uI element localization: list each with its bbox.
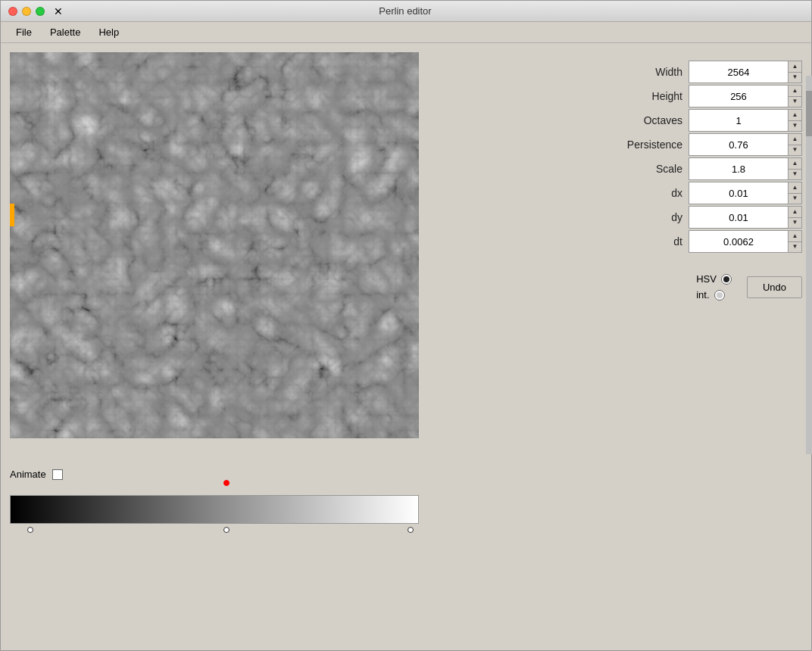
svg-rect-0 — [10, 52, 419, 438]
param-input-group-dx: ▲▼ — [689, 182, 802, 204]
gradient-handle-mid[interactable] — [223, 527, 230, 533]
main-window: ✕ Perlin editor File Palette Help — [0, 0, 812, 651]
param-input-width[interactable] — [689, 61, 788, 83]
param-input-dx[interactable] — [689, 182, 788, 204]
param-rows: Width▲▼Height▲▼Octaves▲▼Persistence▲▼Sca… — [434, 60, 802, 254]
param-label-octaves: Octaves — [607, 114, 682, 126]
param-label-scale: Scale — [607, 163, 682, 175]
param-input-group-scale: ▲▼ — [689, 157, 802, 180]
gradient-handle-left[interactable] — [27, 527, 33, 533]
menu-file[interactable]: File — [7, 23, 41, 41]
spinner-height: ▲▼ — [788, 86, 801, 107]
spinner-scale: ▲▼ — [788, 158, 801, 179]
param-row-dt: dt▲▼ — [434, 229, 802, 254]
preview-container — [10, 52, 419, 438]
param-input-group-persistence: ▲▼ — [689, 133, 802, 156]
animate-label: Animate — [10, 469, 46, 480]
hsv-row: HSV — [696, 273, 732, 285]
gradient-row — [10, 487, 419, 525]
gradient-handle-right[interactable] — [408, 527, 414, 533]
spinner-up-dy[interactable]: ▲ — [789, 207, 801, 218]
extra-controls: HSV int. Undo — [434, 273, 802, 301]
spinner-dx: ▲▼ — [788, 182, 801, 204]
spinner-down-width[interactable]: ▼ — [789, 73, 801, 83]
param-input-dy[interactable] — [689, 207, 788, 228]
param-label-dt: dt — [607, 235, 682, 248]
gradient-handle-top[interactable] — [223, 480, 230, 486]
spinner-down-dx[interactable]: ▼ — [789, 194, 801, 204]
titlebar: ✕ Perlin editor — [1, 1, 811, 22]
param-input-group-dy: ▲▼ — [689, 206, 802, 229]
spinner-down-dt[interactable]: ▼ — [789, 242, 801, 253]
hsv-label: HSV — [696, 273, 717, 285]
bottom-controls: Animate — [10, 469, 419, 525]
param-input-height[interactable] — [689, 86, 788, 107]
menu-palette[interactable]: Palette — [41, 23, 89, 41]
param-input-group-height: ▲▼ — [689, 85, 802, 107]
param-row-octaves: Octaves▲▼ — [434, 108, 802, 132]
left-panel: Animate — [10, 52, 419, 641]
param-row-dx: dx▲▼ — [434, 181, 802, 205]
spinner-down-persistence[interactable]: ▼ — [789, 145, 801, 156]
param-label-dy: dy — [607, 211, 682, 223]
param-label-width: Width — [607, 66, 682, 78]
left-indicator — [10, 204, 14, 226]
spinner-up-dt[interactable]: ▲ — [789, 231, 801, 242]
param-label-dx: dx — [607, 187, 682, 199]
spinner-dy: ▲▼ — [788, 207, 801, 228]
spinner-octaves: ▲▼ — [788, 110, 801, 131]
int-row: int. — [696, 289, 732, 301]
right-panel: Width▲▼Height▲▼Octaves▲▼Persistence▲▼Sca… — [434, 52, 802, 641]
param-row-dy: dy▲▼ — [434, 205, 802, 229]
spinner-width: ▲▼ — [788, 61, 801, 83]
spinner-up-height[interactable]: ▲ — [789, 86, 801, 97]
perlin-preview — [10, 52, 419, 438]
spinner-up-dx[interactable]: ▲ — [789, 182, 801, 194]
spinner-up-persistence[interactable]: ▲ — [789, 134, 801, 145]
param-input-group-dt: ▲▼ — [689, 230, 802, 253]
gradient-bar-container — [10, 487, 419, 525]
menubar: File Palette Help — [1, 22, 811, 43]
animate-row: Animate — [10, 469, 419, 480]
spinner-down-dy[interactable]: ▼ — [789, 218, 801, 229]
int-label: int. — [696, 289, 709, 301]
spinner-persistence: ▲▼ — [788, 134, 801, 155]
spinner-up-width[interactable]: ▲ — [789, 61, 801, 73]
param-label-persistence: Persistence — [607, 139, 682, 151]
window-title: Perlin editor — [7, 5, 804, 17]
hsv-radio[interactable] — [721, 274, 732, 285]
menu-help[interactable]: Help — [89, 23, 128, 41]
param-input-scale[interactable] — [689, 158, 788, 179]
param-input-persistence[interactable] — [689, 134, 788, 155]
main-content: Animate — [1, 43, 811, 650]
int-radio[interactable] — [714, 290, 725, 301]
param-row-persistence: Persistence▲▼ — [434, 132, 802, 157]
param-row-width: Width▲▼ — [434, 60, 802, 84]
param-input-group-octaves: ▲▼ — [689, 109, 802, 132]
spinner-down-height[interactable]: ▼ — [789, 97, 801, 107]
param-label-height: Height — [607, 90, 682, 102]
spinner-down-scale[interactable]: ▼ — [789, 170, 801, 180]
scrollbar-thumb[interactable] — [806, 91, 812, 136]
spinner-up-octaves[interactable]: ▲ — [789, 110, 801, 121]
spinner-up-scale[interactable]: ▲ — [789, 158, 801, 170]
param-input-group-width: ▲▼ — [689, 61, 802, 83]
animate-checkbox[interactable] — [52, 469, 63, 480]
color-mode-group: HSV int. — [696, 273, 732, 301]
param-row-scale: Scale▲▼ — [434, 157, 802, 181]
right-scrollbar[interactable] — [806, 76, 812, 454]
spinner-dt: ▲▼ — [788, 231, 801, 252]
spinner-down-octaves[interactable]: ▼ — [789, 121, 801, 132]
param-input-octaves[interactable] — [689, 110, 788, 131]
gradient-bar[interactable] — [10, 495, 419, 524]
param-input-dt[interactable] — [689, 231, 788, 252]
undo-button[interactable]: Undo — [747, 276, 802, 298]
param-row-height: Height▲▼ — [434, 84, 802, 108]
